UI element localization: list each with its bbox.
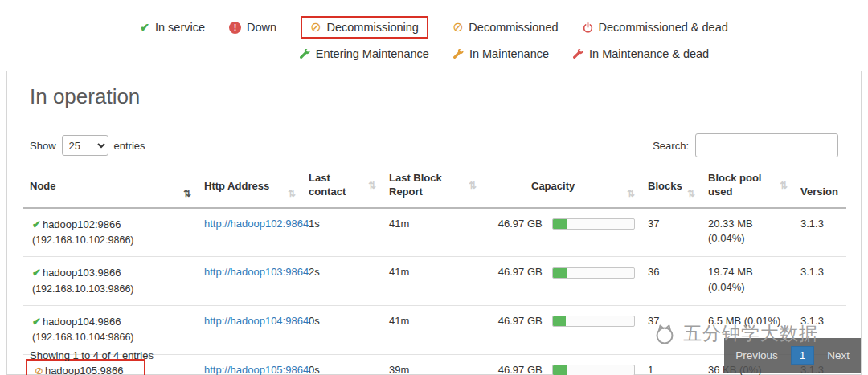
- check-icon: ✔: [140, 22, 149, 33]
- legend-label: Decommissioned & dead: [599, 21, 728, 34]
- table-row: ✔hadoop102:9866 (192.168.10.102:9866) ht…: [23, 208, 846, 257]
- capacity-progress-fill: [553, 316, 566, 326]
- legend-row-1: ✔ In service ! Down ⊘ Decommissioning ⊘ …: [0, 14, 868, 40]
- capacity-progress-fill: [553, 219, 567, 229]
- legend-decommissioning: ⊘ Decommissioning: [301, 16, 428, 39]
- node-cell: ✔hadoop103:9866 (192.168.10.103:9866): [30, 265, 137, 297]
- pagination-next-button[interactable]: Next: [827, 349, 850, 361]
- search-input[interactable]: [695, 133, 838, 157]
- sort-icon: ⇅: [183, 188, 191, 199]
- version-value: 3.1.3: [794, 208, 846, 257]
- legend-decommissioned: ⊘ Decommissioned: [452, 21, 559, 34]
- entries-select[interactable]: 25: [62, 135, 108, 156]
- capacity-value: 46.97 GB: [489, 314, 542, 328]
- legend-in-maintenance-dead: In Maintenance & dead: [573, 47, 709, 60]
- capacity-progress-bar: [552, 365, 635, 375]
- watermark: 五分钟学大数据: [653, 321, 818, 346]
- pagination-page-1-button[interactable]: 1: [791, 346, 815, 365]
- watermark-logo: [653, 322, 677, 346]
- node-cell: ✔hadoop104:9866 (192.168.10.104:9866): [30, 314, 137, 346]
- legend-in-service: ✔ In service: [140, 21, 205, 34]
- wrench-icon: [300, 49, 310, 59]
- http-address-link[interactable]: http://hadoop104:9864: [204, 315, 309, 327]
- check-icon: ✔: [32, 316, 41, 328]
- capacity-value: 46.97 GB: [489, 363, 542, 375]
- search-control: Search:: [653, 133, 838, 157]
- column-header-blocks[interactable]: Blocks⇅: [641, 167, 702, 208]
- sort-icon: ⇅: [687, 188, 695, 199]
- capacity-value: 46.97 GB: [489, 217, 542, 231]
- check-icon: ✔: [32, 267, 41, 279]
- column-header-last-block-report[interactable]: Last Block Report⇅: [383, 167, 483, 208]
- blocks-value: 1: [641, 354, 702, 375]
- column-header-last-contact[interactable]: Last contact⇅: [302, 167, 383, 208]
- legend-label: In Maintenance: [469, 47, 549, 60]
- page-title: In operation: [30, 84, 845, 109]
- table-header-row: Node⇅ Http Address⇅ Last contact⇅ Last B…: [23, 167, 846, 208]
- column-header-http-address[interactable]: Http Address⇅: [198, 167, 302, 208]
- sort-icon: ⇅: [288, 188, 296, 199]
- blocks-value: 36: [641, 257, 702, 306]
- show-label: Show: [30, 140, 56, 152]
- wrench-icon: [573, 49, 583, 59]
- last-block-report-value: 41m: [383, 257, 483, 306]
- last-block-report-value: 41m: [383, 208, 483, 257]
- last-contact-value: 0s: [302, 306, 383, 355]
- legend-label: In service: [155, 21, 205, 34]
- node-ip: (192.168.10.102:9866): [32, 234, 134, 248]
- legend-entering-maintenance: Entering Maintenance: [300, 47, 429, 60]
- capacity-progress-bar: [552, 267, 635, 279]
- ban-circle-icon: ⊘: [310, 21, 321, 34]
- node-name: hadoop103:9866: [43, 267, 121, 279]
- entries-length-control: Show 25 entries: [30, 135, 145, 156]
- block-pool-used-value: 19.74 MB (0.04%): [702, 257, 794, 306]
- legend-label: Down: [247, 21, 276, 34]
- ban-circle-icon: ⊘: [35, 365, 43, 375]
- column-header-node[interactable]: Node⇅: [23, 167, 198, 208]
- sort-icon: ⇅: [780, 180, 788, 191]
- sort-icon: ⇅: [368, 180, 376, 191]
- wrench-icon: [453, 49, 464, 59]
- http-address-link[interactable]: http://hadoop105:9864: [204, 364, 309, 375]
- legend-label: Entering Maintenance: [316, 47, 429, 60]
- legend-decommissioned-dead: Decommissioned & dead: [583, 21, 728, 34]
- node-name: hadoop105:9866: [45, 365, 124, 375]
- legend-in-maintenance: In Maintenance: [453, 47, 549, 60]
- entries-label: entries: [114, 140, 145, 152]
- table-row: ✔hadoop103:9866 (192.168.10.103:9866) ht…: [23, 257, 846, 306]
- last-contact-value: 1s: [302, 208, 383, 257]
- legend-label: Decommissioned: [469, 21, 558, 34]
- capacity-value: 46.97 GB: [489, 265, 542, 279]
- column-header-version[interactable]: Version: [794, 167, 846, 208]
- legend-row-2: Entering Maintenance In Maintenance In M…: [0, 41, 868, 67]
- node-ip: (192.168.10.104:9866): [32, 331, 134, 345]
- http-address-link[interactable]: http://hadoop102:9864: [204, 218, 309, 230]
- legend-label: Decommissioning: [327, 21, 419, 34]
- column-header-capacity[interactable]: Capacity⇅: [483, 167, 641, 208]
- capacity-progress-bar: [552, 218, 635, 230]
- capacity-progress-fill: [553, 268, 567, 278]
- legend-label: In Maintenance & dead: [589, 47, 709, 60]
- last-block-report-value: 41m: [383, 306, 483, 355]
- power-icon: [583, 22, 593, 33]
- node-cell: ✔hadoop102:9866 (192.168.10.102:9866): [30, 217, 137, 249]
- version-value: 3.1.3: [794, 257, 846, 306]
- block-pool-used-value: 20.33 MB (0.04%): [702, 208, 794, 257]
- http-address-link[interactable]: http://hadoop103:9864: [204, 266, 309, 278]
- table-controls: Show 25 entries Search:: [30, 133, 838, 157]
- last-contact-value: 2s: [302, 257, 383, 306]
- last-contact-value: 0s: [302, 354, 383, 375]
- node-name: hadoop102:9866: [43, 218, 121, 230]
- blocks-value: 37: [641, 208, 702, 257]
- column-header-block-pool-used[interactable]: Block pool used⇅: [702, 167, 794, 208]
- watermark-text: 五分钟学大数据: [683, 321, 818, 346]
- ban-circle-icon: ⊘: [452, 21, 463, 34]
- sort-icon: ⇅: [469, 180, 477, 191]
- node-ip: (192.168.10.103:9866): [32, 283, 134, 297]
- last-block-report-value: 39m: [383, 354, 483, 375]
- sort-icon: ⇅: [627, 188, 635, 199]
- check-icon: ✔: [32, 218, 41, 230]
- pagination-previous-button[interactable]: Previous: [735, 349, 778, 361]
- status-legend: ✔ In service ! Down ⊘ Decommissioning ⊘ …: [0, 0, 868, 67]
- capacity-progress-fill: [553, 365, 567, 375]
